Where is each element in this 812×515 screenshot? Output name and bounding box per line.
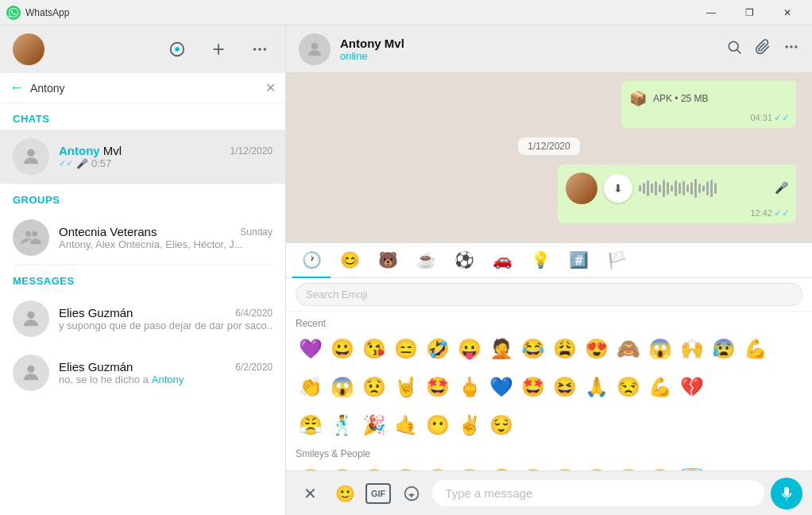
emoji-clap[interactable]: 👏 (296, 372, 326, 402)
emoji-sm-halo[interactable]: 😇 (677, 464, 707, 470)
messages-area: 📦 APK • 25 MB 04:31 ✓✓ 1/12/2020 ⬇ (286, 73, 812, 242)
emoji-sm-smile[interactable]: 😄 (359, 464, 389, 470)
emoji-dancer[interactable]: 🕺 (327, 410, 358, 440)
emoji-sm-blush[interactable]: 😊 (645, 464, 675, 470)
emoji-tab-objects[interactable]: 💡 (521, 243, 559, 278)
window-controls[interactable]: — ❐ ✕ (693, 0, 806, 25)
emoji-sm-beaming[interactable]: 😁 (391, 464, 421, 470)
emoji-raised-hands[interactable]: 🙌 (677, 334, 707, 364)
emoji-blue-heart[interactable]: 💙 (486, 372, 516, 402)
emoji-disappointed[interactable]: 😟 (359, 372, 389, 402)
chat-avatar-elies2 (13, 354, 49, 391)
maximize-button[interactable]: ❐ (731, 0, 768, 25)
svg-point-16 (790, 45, 792, 48)
emoji-sm-wink[interactable]: 😉 (613, 464, 644, 470)
emoji-call-me[interactable]: 🤙 (391, 410, 421, 440)
emoji-muscle[interactable]: 💪 (645, 372, 675, 402)
emoji-peace[interactable]: ✌️ (454, 410, 485, 440)
emoji-sm-laughing[interactable]: 😆 (423, 464, 453, 470)
search-clear-button[interactable]: ✕ (265, 80, 276, 95)
chat-item-elies-1[interactable]: Elies Guzmán 6/4/2020 y supongo que de p… (0, 292, 285, 346)
emoji-tab-travel[interactable]: 🚗 (483, 243, 521, 278)
emoji-purple-heart[interactable]: 💜 (296, 334, 326, 364)
emoji-flexed-biceps[interactable]: 💪 (740, 334, 771, 364)
new-chat-button[interactable] (206, 37, 231, 62)
chat-header-status: online (340, 50, 717, 62)
mic-button[interactable] (771, 478, 802, 509)
emoji-crazy[interactable]: 🤣 (423, 334, 453, 364)
emoji-sm-rofl[interactable]: 🤣 (486, 464, 516, 470)
close-button[interactable]: ✕ (769, 0, 806, 25)
emoji-grin[interactable]: 😆 (550, 372, 580, 402)
chat-item-ontecnia[interactable]: Ontecnia Veterans Sunday Antony, Alex On… (0, 211, 285, 265)
user-avatar[interactable] (13, 33, 44, 65)
emoji-unamused[interactable]: 😒 (613, 372, 644, 402)
emoji-tab-smileys[interactable]: 😊 (331, 243, 369, 278)
emoji-tab-symbols[interactable]: #️⃣ (559, 243, 597, 278)
emoji-sm-upside[interactable]: 🙃 (582, 464, 612, 470)
status-button[interactable] (164, 37, 190, 62)
emoji-scream2[interactable]: 😱 (327, 372, 358, 402)
emoji-metal[interactable]: 🤘 (391, 372, 421, 402)
chat-header-icons (726, 39, 799, 59)
emoji-tab-recent[interactable]: 🕐 (292, 243, 331, 278)
emoji-angry[interactable]: 😤 (296, 410, 326, 440)
chat-area: Antony Mvl online 📦 APK (286, 25, 812, 515)
chat-menu-button[interactable] (783, 39, 799, 59)
emoji-grinning[interactable]: 😀 (327, 334, 358, 364)
chat-date-elies1: 6/4/2020 (235, 308, 273, 319)
emoji-search-input[interactable] (296, 283, 802, 306)
emoji-tab-flags[interactable]: 🏳️ (597, 243, 636, 278)
search-back-button[interactable]: ← (10, 79, 24, 96)
mic-icon: 🎤 (76, 158, 88, 169)
attach-button[interactable] (755, 39, 771, 59)
date-badge: 1/12/2020 (518, 137, 579, 155)
emoji-tab-activities[interactable]: ⚽ (445, 243, 483, 278)
emoji-tab-food[interactable]: ☕ (407, 243, 445, 278)
emoji-sm-joy[interactable]: 😂 (518, 464, 548, 470)
emoji-sm-happy[interactable]: 🙂 (550, 464, 580, 470)
emoji-facepalm[interactable]: 🤦 (486, 334, 516, 364)
emoji-button[interactable]: 🙂 (331, 479, 359, 508)
chat-item-antony[interactable]: Antony Mvl 1/12/2020 ✓✓ 🎤 0:57 (0, 130, 285, 184)
emoji-tab-animals[interactable]: 🐻 (369, 243, 407, 278)
emoji-cold-sweat[interactable]: 😰 (709, 334, 739, 364)
svg-point-5 (258, 48, 261, 51)
emoji-sm-sweat-smile[interactable]: 😅 (454, 464, 485, 470)
svg-point-17 (795, 45, 797, 48)
chat-preview-elies1: y supongo que de paso dejar de dar por s… (59, 319, 273, 331)
emoji-starstruck[interactable]: 🤩 (423, 372, 453, 402)
emoji-broken-heart[interactable]: 💔 (677, 372, 707, 402)
message-voice: ⬇ (558, 165, 796, 223)
emoji-expressionless[interactable]: 😑 (391, 334, 421, 364)
emoji-pray[interactable]: 🙏 (582, 372, 612, 402)
minimize-button[interactable]: — (693, 0, 729, 25)
emoji-tongue[interactable]: 😛 (454, 334, 485, 364)
chat-header-info[interactable]: Antony Mvl online (340, 37, 717, 62)
emoji-finger[interactable]: 🖕 (454, 372, 485, 402)
sticker-button[interactable] (397, 479, 426, 508)
smileys-emoji-grid: 😀 😃 😄 😁 😆 😅 🤣 😂 🙂 🙃 😉 😊 😇 (296, 464, 802, 470)
emoji-sm-grinning[interactable]: 😀 (296, 464, 326, 470)
message-input[interactable] (432, 480, 764, 506)
emoji-heart-eyes[interactable]: 😍 (582, 334, 612, 364)
emoji-no-mouth[interactable]: 😶 (423, 410, 453, 440)
emoji-see-no-evil[interactable]: 🙈 (613, 334, 644, 364)
emoji-scream[interactable]: 😱 (645, 334, 675, 364)
chat-info-ontecnia: Ontecnia Veterans Sunday Antony, Alex On… (59, 225, 273, 250)
emoji-relieved[interactable]: 😌 (486, 410, 516, 440)
chat-date-ontecnia: Sunday (240, 227, 273, 238)
emoji-kiss[interactable]: 😘 (359, 334, 389, 364)
search-chat-button[interactable] (726, 39, 742, 59)
emoji-sm-smiley[interactable]: 😃 (327, 464, 358, 470)
chat-item-elies-2[interactable]: Elies Guzmán 6/2/2020 no, se lo he dicho… (0, 346, 285, 400)
menu-button[interactable] (247, 37, 273, 62)
emoji-party[interactable]: 🎉 (359, 410, 389, 440)
emoji-joy[interactable]: 😂 (518, 334, 548, 364)
gif-button[interactable]: GIF (365, 483, 391, 504)
voice-play-button[interactable]: ⬇ (604, 174, 632, 203)
emoji-starstruck2[interactable]: 🤩 (518, 372, 548, 402)
search-input[interactable] (30, 82, 259, 95)
emoji-weary[interactable]: 😩 (550, 334, 580, 364)
close-emoji-button[interactable]: ✕ (296, 479, 324, 508)
